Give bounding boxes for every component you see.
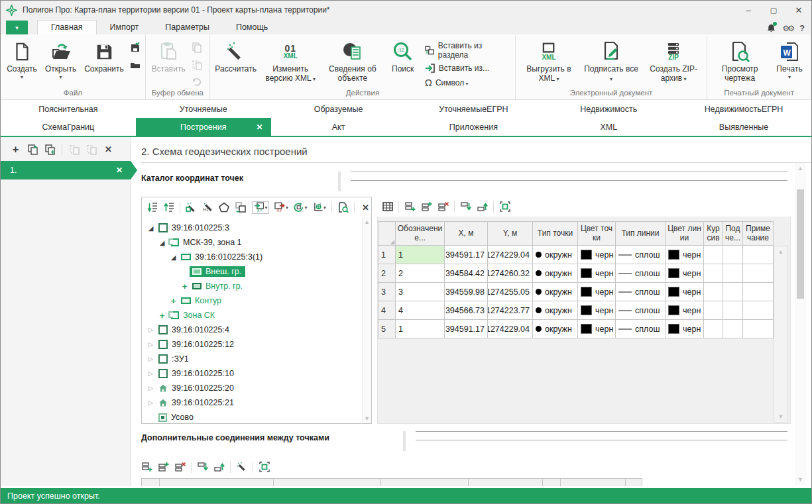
row-number[interactable]: 3 [378, 283, 396, 301]
collapsed-icon[interactable]: ▷ [146, 327, 156, 333]
maximize-button[interactable]: ▢ [761, 1, 786, 19]
tree-item[interactable]: ◢39:16:010225:3(1) [142, 250, 362, 264]
cell-point-color[interactable]: черн [578, 301, 616, 320]
tree-item[interactable]: ◢39:16:010225:3 [142, 221, 362, 235]
scroll-down-icon[interactable]: ▼ [364, 415, 370, 422]
tab-poyasnitelnaya[interactable]: Пояснительная [1, 100, 136, 118]
column-header-line-type[interactable]: Тип линии [616, 221, 666, 246]
delete-row-icon[interactable] [174, 461, 186, 474]
create-button[interactable]: Создать [3, 37, 41, 82]
insert-from-button[interactable]: Вставить из... [425, 63, 510, 74]
menu-tab-parametry[interactable]: Параметры [152, 21, 223, 34]
export-xml-button[interactable]: XML Выгрузить в XML [518, 37, 580, 85]
collapsed-icon[interactable]: ▷ [146, 356, 156, 362]
cell-point-color[interactable]: черн [578, 246, 616, 264]
collapsed-icon[interactable]: ▷ [146, 341, 156, 348]
tab-utochnyaemye[interactable]: Уточняемые [136, 100, 271, 118]
collapsed-icon[interactable]: ▷ [146, 385, 156, 391]
cell-line-color[interactable]: черн [666, 320, 704, 338]
cell-note[interactable] [743, 320, 774, 338]
preview-drawing-button[interactable]: Просмотр чертежа [709, 37, 770, 85]
column-header-line-color[interactable]: Цвет линии [666, 221, 704, 246]
cell-underline[interactable] [723, 264, 743, 283]
paste-special-icon[interactable] [192, 58, 203, 71]
tab-postroeniya[interactable]: Построения ✕ [136, 118, 271, 136]
column-header-mark[interactable]: Обозначение... [396, 221, 445, 246]
cell-y[interactable]: 1274223.77 [488, 301, 533, 320]
cell-underline[interactable] [723, 301, 743, 320]
change-xml-version-button[interactable]: 01XML Изменить версию XML [259, 37, 321, 85]
search-button[interactable]: Поиск [384, 37, 422, 76]
delete-scheme-icon[interactable]: ✕ [103, 143, 114, 156]
add-row-below-icon[interactable] [141, 461, 152, 474]
undo-icon[interactable] [192, 76, 203, 88]
cell-mark[interactable]: 1 [396, 320, 445, 338]
scrollbar-thumb[interactable] [797, 189, 804, 299]
cell-x[interactable]: 394591.17 [445, 246, 488, 264]
create-zip-button[interactable]: ZIP Создать ZIP-архив [642, 37, 705, 85]
tree-item[interactable]: ▷39:16:010225:21 [142, 395, 362, 410]
column-header-line-color[interactable]: Цвет линии [469, 478, 543, 486]
row-number[interactable]: 2 [378, 264, 396, 283]
row-number[interactable]: 4 [378, 301, 396, 320]
add-scheme-icon[interactable]: + [10, 143, 21, 156]
tree-item-selected[interactable]: Внеш. гр. [142, 264, 362, 279]
row-number[interactable]: 1 [378, 246, 396, 264]
rotate-contour-icon[interactable]: ▾ [294, 201, 308, 214]
points-table-scrollbar[interactable]: ▲ ▼ [774, 246, 788, 423]
menu-tab-pomosch[interactable]: Помощь [223, 21, 281, 34]
scheme-item-1[interactable]: 1. ✕ [1, 161, 131, 179]
duplicate-scheme-icon[interactable] [27, 143, 38, 156]
tree-scrollbar[interactable]: ▲ ▼ [362, 217, 371, 423]
expanded-icon[interactable]: ◢ [168, 254, 178, 261]
tab-obrazuemye[interactable]: Образуемые [271, 100, 406, 118]
auto-connect-wand-icon[interactable] [236, 461, 247, 474]
export-xy-icon[interactable]: ▾ [274, 201, 288, 214]
menu-tab-import[interactable]: Импорт [97, 21, 152, 34]
move-row-up-icon[interactable] [213, 461, 225, 474]
calc-h1-wand-icon[interactable] [202, 201, 213, 214]
insert-from-section-button[interactable]: Вставить из раздела [425, 41, 510, 60]
expanded-icon[interactable]: ◢ [157, 239, 167, 246]
row-number[interactable]: 5 [378, 320, 396, 338]
tree-item[interactable]: +Контур [142, 293, 362, 308]
preview-tree-icon[interactable] [337, 201, 349, 214]
cell-underline[interactable] [723, 283, 743, 301]
column-header-note[interactable]: Примечание [743, 221, 774, 246]
cell-y[interactable]: 1274260.32 [488, 264, 533, 283]
help-icon[interactable]: ? [799, 23, 805, 33]
cell-x[interactable]: 394566.73 [445, 301, 488, 320]
cell-point-color[interactable]: черн [578, 320, 616, 338]
tab-shema-granic[interactable]: СхемаГраниц [1, 118, 136, 136]
cell-line-color[interactable]: черн [666, 264, 704, 283]
cell-italic[interactable] [704, 301, 723, 320]
cell-point-type[interactable]: окружн [533, 264, 578, 283]
close-button[interactable]: ✕ [786, 1, 811, 19]
plus-expander-icon[interactable]: + [168, 296, 178, 306]
cell-mark[interactable]: 4 [396, 301, 445, 320]
column-header-note[interactable]: Примечание [561, 478, 626, 486]
tab-nedvizhimost-egrn[interactable]: НедвижимостьЕГРН [676, 100, 811, 118]
cell-y[interactable]: 1274229.04 [488, 246, 533, 264]
delete-row-icon[interactable] [437, 201, 449, 213]
cell-y[interactable]: 1274229.04 [488, 320, 533, 338]
column-header-start-point[interactable]: Начальная точка [160, 478, 274, 486]
cell-x[interactable]: 394584.42 [445, 264, 488, 283]
cell-note[interactable] [743, 264, 774, 283]
collapsed-icon[interactable]: ▷ [146, 399, 156, 406]
number-up-icon[interactable] [163, 201, 174, 214]
tab-utochnyaemye-egrn[interactable]: УточняемыеЕГРН [406, 100, 541, 118]
column-header-distance[interactable]: Рас [543, 478, 561, 486]
copy-icon[interactable] [192, 41, 203, 54]
tree-item[interactable]: ▷39:16:010225:12 [142, 337, 362, 352]
cell-underline[interactable] [723, 320, 743, 338]
cell-italic[interactable] [704, 283, 723, 301]
save-as-icon[interactable] [130, 41, 141, 54]
tab-prilozheniya[interactable]: Приложения [406, 118, 541, 136]
cell-italic[interactable] [704, 320, 723, 338]
scroll-up-icon[interactable]: ▲ [778, 248, 784, 255]
scroll-up-icon[interactable]: ▲ [364, 219, 370, 225]
cell-mark[interactable]: 3 [396, 283, 445, 301]
column-header-point-color[interactable]: Цвет точки [578, 221, 616, 246]
plus-expander-icon[interactable]: + [157, 311, 167, 321]
